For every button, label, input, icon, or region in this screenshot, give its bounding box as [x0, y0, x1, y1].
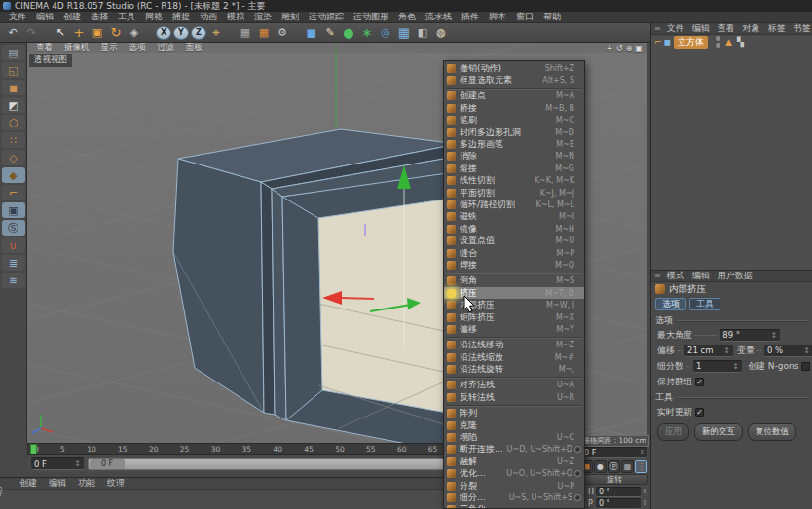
object-name[interactable]: 立方体 — [674, 36, 708, 49]
context-menu-item[interactable] — [446, 377, 582, 379]
context-menu-item[interactable]: 对齐法线 U~A — [444, 380, 584, 391]
context-menu-item[interactable]: 反转法线 U~R — [444, 391, 584, 403]
viewport-menu-item[interactable]: 面板 — [180, 43, 208, 54]
context-menu-item[interactable]: 撤销(动作) Shift+Z — [444, 62, 584, 74]
menu-item[interactable]: 网格 — [140, 11, 167, 23]
toolbar-separator[interactable] — [226, 24, 236, 42]
attribute-tab[interactable]: 选项 — [655, 298, 686, 310]
viewport-menu-item[interactable]: 摄像机 — [58, 43, 95, 54]
menu-item[interactable]: 角色 — [393, 11, 421, 23]
redo-icon[interactable]: ↷ — [22, 24, 40, 42]
offset-field[interactable]: 21 cm↕ — [684, 345, 733, 357]
render-to-picture-icon[interactable]: ▦ — [255, 24, 273, 42]
stepper-icon[interactable]: ↕ — [732, 362, 739, 371]
object-row[interactable]: ⌐ ◼ 立方体 ▲ ▚ — [651, 35, 812, 49]
object-manager-menu-item[interactable]: 书签 — [790, 22, 812, 35]
pan-icon[interactable]: + — [605, 44, 614, 53]
attribute-tab[interactable]: 工具 — [689, 298, 720, 310]
rotation-value-field[interactable]: 0 ° — [596, 498, 641, 509]
attribute-menu-item[interactable]: 模式 — [663, 270, 688, 282]
menu-item[interactable]: 捕捉 — [167, 11, 195, 23]
workplane-lock-icon[interactable]: ≣ — [2, 255, 25, 271]
context-menu-item[interactable]: 焊接 M~Q — [444, 259, 584, 271]
stepper-icon[interactable]: ↕ — [639, 449, 645, 456]
viewport-menu-item[interactable]: 显示 — [95, 43, 124, 54]
context-menu-item[interactable]: 三角化 — [444, 504, 584, 509]
menu-item[interactable]: 动画 — [195, 11, 222, 23]
convert-icon[interactable]: ▤ — [2, 45, 25, 60]
attribute-button[interactable]: 复位数值 — [748, 423, 796, 441]
context-menu-item[interactable] — [446, 88, 582, 90]
x-axis-lock-icon[interactable]: X — [156, 26, 171, 40]
menu-item[interactable]: 编辑 — [31, 11, 58, 23]
scale-icon[interactable]: ▣ — [89, 24, 106, 42]
start-frame-field[interactable]: 0 F↕ — [31, 457, 84, 470]
points-mode-icon[interactable]: ∷ — [2, 132, 25, 148]
variance-field[interactable]: 0 %↕ — [764, 345, 812, 357]
keep-group-checkbox[interactable]: ✓ — [695, 378, 704, 386]
context-menu-item[interactable]: 分裂 U~P — [444, 480, 584, 491]
context-menu-item[interactable]: 笔刷 M~C — [444, 115, 584, 127]
context-menu-item[interactable]: 细分... U~S, U~Shift+S — [444, 491, 584, 503]
frame-field[interactable]: 0 F↕ — [581, 447, 647, 458]
context-menu-item[interactable]: 优化... U~O, U~Shift+O — [444, 468, 584, 480]
render-settings-icon[interactable]: ⚙ — [274, 24, 291, 42]
menu-item[interactable]: 窗口 — [511, 11, 538, 23]
context-menu-item[interactable] — [446, 273, 582, 274]
menu-item[interactable]: 帮助 — [538, 11, 566, 23]
traffic-light-icon[interactable]: ⋮ — [635, 460, 647, 473]
enable-axis-icon[interactable]: ⌐ — [2, 185, 25, 200]
subdivision-field[interactable]: 1↕ — [693, 360, 742, 373]
move-icon[interactable]: + — [70, 24, 88, 42]
position-record-icon[interactable]: Ⓟ — [608, 460, 620, 473]
context-menu-item[interactable]: 断开连接... U~D, U~Shift+D — [444, 444, 584, 455]
floor-icon[interactable]: ▦ — [395, 24, 413, 42]
last-tool-icon[interactable]: ◈ — [126, 24, 143, 42]
menu-item[interactable]: 脚本 — [484, 11, 511, 23]
menu-burger-icon[interactable]: ≡ — [654, 24, 661, 33]
menu-item[interactable]: 运动跟踪 — [304, 11, 349, 23]
autokey-icon[interactable]: ● — [594, 460, 607, 473]
scrub-handle[interactable]: 0 F — [90, 459, 125, 469]
magnet-icon[interactable]: ∪ — [2, 237, 25, 253]
viewport-solo-icon[interactable]: ▣ — [2, 202, 25, 218]
render-view-icon[interactable]: ▦ — [237, 24, 254, 42]
timeline-playhead[interactable] — [30, 444, 37, 454]
maximize-icon[interactable]: ▣ — [634, 44, 644, 53]
orbit-icon[interactable]: ↺ — [614, 44, 624, 53]
workplane-align-icon[interactable]: ≋ — [2, 273, 25, 288]
object-manager-empty-area[interactable] — [651, 49, 812, 271]
material-menu-item[interactable]: 编辑 — [43, 477, 72, 490]
context-menu-item[interactable]: 创建点 M~A — [444, 91, 584, 102]
selection-tag-icon[interactable]: ▚ — [737, 37, 744, 47]
subdivision-surface-icon[interactable]: ● — [340, 24, 357, 42]
rotation-value-field[interactable]: 0 ° — [596, 487, 641, 497]
add-cube-icon[interactable]: ◼ — [303, 24, 320, 42]
context-menu-item[interactable]: 平面切割 K~J, M~J — [444, 187, 584, 199]
attribute-button[interactable]: 应用 — [657, 423, 689, 441]
attribute-menu-item[interactable]: 用户数据 — [714, 270, 757, 282]
live-selection-icon[interactable]: ↖ — [52, 24, 69, 42]
context-menu-item[interactable]: 沿法线缩放 M~# — [444, 351, 584, 363]
texture-mode-icon[interactable]: ◩ — [2, 97, 25, 113]
menu-item[interactable]: 创建 — [58, 11, 86, 23]
context-menu-item[interactable]: 设置点值 M~U — [444, 235, 584, 246]
menu-item[interactable]: 雕刻 — [277, 11, 304, 23]
stepper-icon[interactable]: ↕ — [723, 346, 730, 355]
stepper-icon[interactable]: ↕ — [642, 499, 647, 507]
polygons-mode-icon[interactable]: ◆ — [2, 167, 25, 183]
context-menu-item[interactable]: 塌陷 U~C — [444, 431, 584, 443]
stepper-icon[interactable]: ↕ — [642, 488, 647, 495]
material-menu-item[interactable]: 创建 — [14, 477, 43, 490]
camera-icon[interactable]: ◧ — [414, 24, 431, 42]
context-menu-item[interactable]: 熔接 M~G — [444, 163, 584, 174]
menu-item[interactable]: 渲染 — [249, 11, 277, 23]
object-manager-menu-item[interactable]: 查看 — [714, 22, 739, 35]
menu-item[interactable]: 文件 — [4, 11, 31, 23]
context-menu-item[interactable]: 循环/路径切割 K~L, M~L — [444, 199, 584, 210]
edges-mode-icon[interactable]: ◇ — [2, 150, 25, 165]
max-angle-field[interactable]: 89 °↕ — [720, 329, 780, 342]
stepper-icon[interactable]: ↕ — [74, 459, 81, 468]
object-manager-menu-item[interactable]: 对象 — [739, 22, 764, 35]
stepper-icon[interactable]: ↕ — [771, 331, 778, 340]
